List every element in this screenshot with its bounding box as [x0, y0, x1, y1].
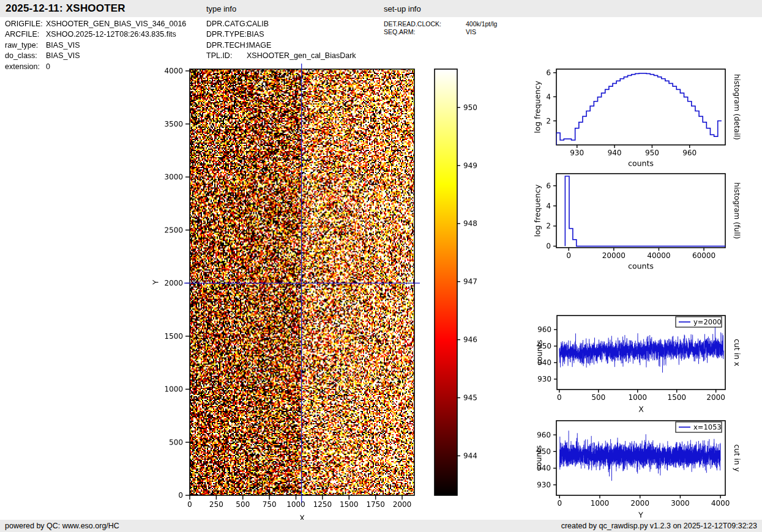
setup-info-block: DET.READ.CLOCK:400k/1pt/lg SEQ.ARM:VIS	[384, 20, 497, 36]
info-label: DPR.TECH:	[206, 40, 247, 51]
type-info-heading: type info	[206, 4, 236, 13]
info-value: XSHOO.2025-12-12T08:26:43.835.fits	[46, 30, 176, 39]
info-value: CALIB	[247, 20, 269, 28]
info-row: raw_type:BIAS_VIS	[5, 40, 186, 51]
info-value: XSHOOTER_GEN_BIAS_VIS_346_0016	[46, 20, 186, 28]
setup-info-heading: set-up info	[384, 4, 421, 13]
footer-bar: powered by QC: www.eso.org/HC created by…	[0, 520, 762, 532]
info-label: DET.READ.CLOCK:	[384, 20, 466, 28]
info-label: do_class:	[5, 51, 46, 61]
colorbar	[428, 58, 496, 511]
info-label: ARCFILE:	[5, 29, 46, 40]
info-label: SEQ.ARM:	[384, 28, 466, 36]
info-row: extension:0	[5, 62, 186, 72]
info-label: ORIGFILE:	[5, 19, 46, 29]
type-info-block: DPR.CATG:CALIB DPR.TYPE:BIAS DPR.TECH:IM…	[206, 19, 356, 62]
info-row: do_class:BIAS_VIS	[5, 51, 186, 61]
info-row: SEQ.ARM:VIS	[384, 28, 497, 36]
info-label: extension:	[5, 62, 46, 72]
histogram-detail-plot	[526, 58, 762, 174]
info-row: DPR.TECH:IMAGE	[206, 40, 356, 51]
page-title: 2025-12-11: XSHOOTER	[6, 2, 125, 15]
header-bar: 2025-12-11: XSHOOTER type info set-up in…	[0, 0, 762, 17]
info-row: DPR.TYPE:BIAS	[206, 29, 356, 40]
cut-in-x-plot	[526, 306, 762, 419]
info-value: VIS	[466, 28, 476, 35]
info-value: BIAS	[247, 30, 264, 39]
info-value: XSHOOTER_gen_cal_BiasDark	[247, 51, 356, 60]
footer-created-by: created by qc_rawdisp.py v1.2.3 on 2025-…	[561, 520, 757, 532]
cut-in-y-plot	[526, 411, 762, 527]
info-label: DPR.CATG:	[206, 19, 247, 29]
info-value: BIAS_VIS	[46, 51, 80, 60]
info-label: TPL.ID:	[206, 51, 247, 61]
info-row: DPR.CATG:CALIB	[206, 19, 356, 29]
file-info-block: ORIGFILE:XSHOOTER_GEN_BIAS_VIS_346_0016 …	[5, 19, 186, 72]
info-row: ARCFILE:XSHOO.2025-12-12T08:26:43.835.fi…	[5, 29, 186, 40]
footer-credit-qc: powered by QC: www.eso.org/HC	[5, 520, 119, 532]
info-value: BIAS_VIS	[46, 41, 80, 50]
bias-image-plot	[141, 58, 428, 526]
histogram-full-plot	[526, 165, 762, 278]
info-value: IMAGE	[247, 41, 271, 50]
info-label: DPR.TYPE:	[206, 29, 247, 40]
info-row: TPL.ID:XSHOOTER_gen_cal_BiasDark	[206, 51, 356, 61]
info-row: ORIGFILE:XSHOOTER_GEN_BIAS_VIS_346_0016	[5, 19, 186, 29]
info-value: 0	[46, 62, 50, 71]
info-label: raw_type:	[5, 40, 46, 51]
info-value: 400k/1pt/lg	[466, 20, 497, 28]
info-row: DET.READ.CLOCK:400k/1pt/lg	[384, 20, 497, 28]
